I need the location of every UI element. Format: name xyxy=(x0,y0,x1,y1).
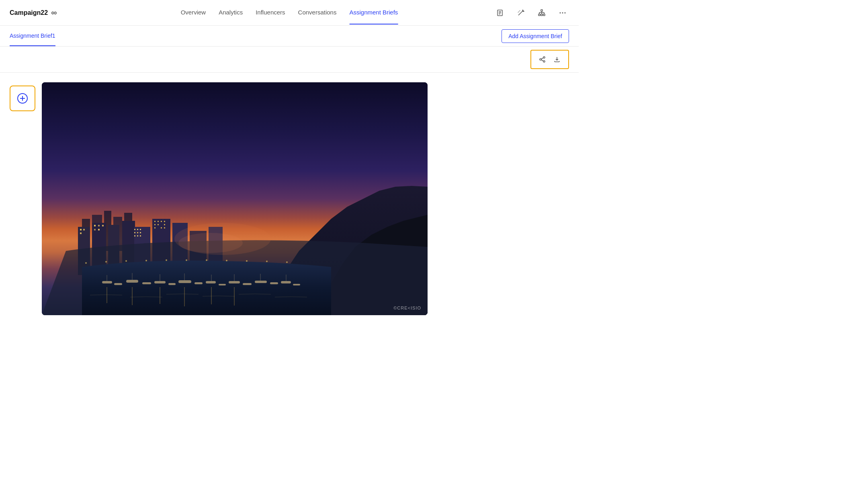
svg-rect-48 xyxy=(134,229,135,230)
svg-point-93 xyxy=(125,260,127,262)
action-bar xyxy=(0,47,579,73)
action-bar-right-group xyxy=(530,50,569,69)
svg-rect-67 xyxy=(102,281,112,283)
svg-rect-71 xyxy=(154,281,166,283)
svg-rect-54 xyxy=(134,235,135,236)
document-icon-button[interactable] xyxy=(493,6,506,19)
svg-rect-37 xyxy=(98,225,100,226)
svg-rect-8 xyxy=(543,14,545,16)
svg-point-99 xyxy=(246,260,248,262)
add-assignment-brief-button[interactable]: Add Assignment Brief xyxy=(502,29,569,43)
svg-rect-40 xyxy=(98,229,100,230)
svg-point-95 xyxy=(166,259,167,261)
svg-rect-51 xyxy=(134,232,135,233)
svg-rect-38 xyxy=(102,225,104,226)
svg-rect-79 xyxy=(255,281,267,283)
main-nav-tabs: Overview Analytics Influencers Conversat… xyxy=(181,1,398,24)
top-nav: Campaign22 ∞ Overview Analytics Influenc… xyxy=(0,0,579,26)
svg-point-4 xyxy=(523,10,523,11)
svg-rect-62 xyxy=(158,224,159,225)
svg-rect-33 xyxy=(83,229,85,230)
svg-rect-81 xyxy=(281,281,291,283)
svg-rect-75 xyxy=(206,281,216,283)
sub-nav: Assignment Brief1 Add Assignment Brief xyxy=(0,26,579,47)
content-area: ©CRE<ISIO xyxy=(42,82,569,315)
svg-rect-59 xyxy=(161,221,162,222)
tab-assignment-briefs[interactable]: Assignment Briefs xyxy=(349,1,398,24)
svg-line-21 xyxy=(541,60,543,61)
share-button[interactable] xyxy=(536,53,549,66)
svg-rect-69 xyxy=(126,280,138,283)
svg-rect-39 xyxy=(94,229,96,230)
magic-icon-button[interactable] xyxy=(514,6,527,19)
svg-rect-82 xyxy=(293,284,300,285)
more-options-button[interactable] xyxy=(556,6,569,19)
sub-nav-tabs: Assignment Brief1 xyxy=(10,26,55,46)
svg-point-109 xyxy=(178,233,243,253)
svg-rect-80 xyxy=(270,282,278,284)
svg-point-100 xyxy=(266,261,268,262)
svg-point-96 xyxy=(186,259,187,261)
svg-rect-78 xyxy=(243,283,252,285)
svg-point-101 xyxy=(286,261,288,263)
add-block-button[interactable] xyxy=(10,86,35,111)
svg-rect-32 xyxy=(80,229,82,230)
svg-rect-68 xyxy=(114,283,122,285)
svg-rect-65 xyxy=(161,227,162,228)
svg-point-97 xyxy=(206,259,207,261)
tab-analytics[interactable]: Analytics xyxy=(219,1,243,24)
svg-point-19 xyxy=(543,61,545,62)
hero-image: ©CRE<ISIO xyxy=(42,82,428,315)
svg-rect-55 xyxy=(137,235,138,236)
svg-rect-77 xyxy=(229,281,240,283)
svg-rect-70 xyxy=(142,282,151,284)
svg-rect-36 xyxy=(94,225,96,226)
download-button[interactable] xyxy=(551,53,563,66)
svg-rect-73 xyxy=(178,280,191,283)
svg-point-18 xyxy=(540,59,541,60)
svg-rect-5 xyxy=(541,10,542,11)
svg-rect-7 xyxy=(541,14,542,16)
svg-rect-74 xyxy=(194,282,203,284)
svg-point-14 xyxy=(560,12,561,13)
svg-rect-50 xyxy=(140,229,141,230)
brand-name: Campaign22 xyxy=(10,9,48,16)
tab-conversations[interactable]: Conversations xyxy=(298,1,337,24)
svg-point-16 xyxy=(565,12,566,13)
svg-rect-49 xyxy=(137,229,138,230)
image-watermark: ©CRE<ISIO xyxy=(393,306,421,310)
svg-rect-58 xyxy=(158,221,159,222)
nav-icon-group xyxy=(493,6,569,19)
svg-rect-66 xyxy=(164,227,165,228)
svg-rect-34 xyxy=(80,232,82,234)
svg-point-98 xyxy=(226,260,227,261)
tab-influencers[interactable]: Influencers xyxy=(256,1,285,24)
infinity-icon: ∞ xyxy=(51,8,57,17)
svg-rect-6 xyxy=(538,14,540,16)
tab-overview[interactable]: Overview xyxy=(181,1,206,24)
svg-rect-72 xyxy=(168,283,176,285)
hierarchy-icon-button[interactable] xyxy=(535,6,548,19)
sub-tab-assignment-brief1[interactable]: Assignment Brief1 xyxy=(10,26,55,46)
svg-rect-76 xyxy=(219,284,226,285)
svg-rect-52 xyxy=(137,232,138,233)
svg-rect-61 xyxy=(154,224,156,225)
svg-rect-57 xyxy=(154,221,156,222)
svg-point-17 xyxy=(543,57,545,58)
svg-point-91 xyxy=(85,262,87,264)
svg-point-92 xyxy=(105,261,107,263)
svg-rect-60 xyxy=(164,221,165,222)
svg-rect-56 xyxy=(140,235,141,236)
svg-point-94 xyxy=(145,260,147,261)
svg-point-15 xyxy=(562,12,563,13)
svg-rect-63 xyxy=(164,224,165,225)
svg-rect-64 xyxy=(154,227,156,228)
svg-line-20 xyxy=(541,58,543,59)
main-content: ©CRE<ISIO xyxy=(0,73,579,325)
svg-rect-53 xyxy=(140,232,141,233)
brand-logo: Campaign22 ∞ xyxy=(10,8,57,17)
